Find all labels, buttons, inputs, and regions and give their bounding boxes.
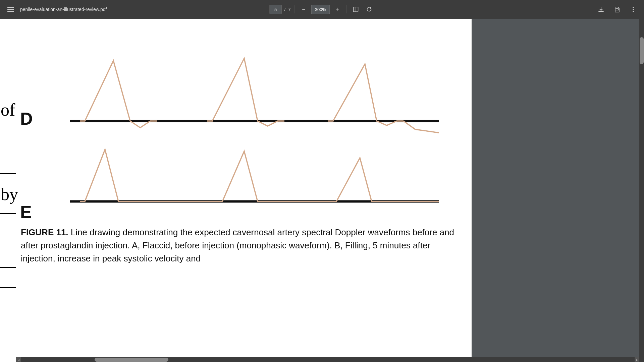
- chart-label-e: E: [20, 202, 32, 222]
- left-rule-4: [0, 287, 16, 288]
- divider2: [346, 5, 346, 13]
- zoom-in-button[interactable]: +: [332, 5, 342, 14]
- svg-rect-1: [7, 9, 14, 10]
- scroll-right-button[interactable]: ▸: [635, 357, 639, 362]
- more-options-button[interactable]: [628, 4, 639, 15]
- pdf-viewport[interactable]: of by D E: [0, 19, 644, 362]
- zoom-out-button[interactable]: −: [299, 5, 308, 14]
- left-rule-2: [0, 213, 16, 214]
- main-area: of by D E: [0, 19, 644, 362]
- left-rule-1: [0, 173, 16, 174]
- chart-label-d: D: [20, 109, 33, 129]
- svg-rect-0: [7, 7, 14, 8]
- menu-icon[interactable]: [5, 4, 16, 15]
- left-rule-3: [0, 267, 16, 268]
- svg-rect-2: [7, 11, 14, 12]
- page-total: 7: [288, 7, 290, 12]
- right-scrollbar[interactable]: [639, 19, 644, 362]
- page-number-input[interactable]: [270, 5, 282, 14]
- bottom-scrollbar[interactable]: ◂ ▸: [16, 357, 639, 362]
- svg-rect-6: [616, 7, 619, 8]
- rotate-button[interactable]: [364, 4, 374, 15]
- print-button[interactable]: [612, 4, 623, 15]
- scroll-left-button[interactable]: ◂: [16, 357, 21, 362]
- svg-rect-3: [353, 7, 358, 12]
- toolbar-right: [596, 4, 639, 15]
- waveform-chart: [36, 39, 466, 227]
- figure-label: FIGURE 11.: [21, 227, 68, 237]
- figure-caption: FIGURE 11. Line drawing demonstrating th…: [21, 226, 465, 265]
- pdf-page: D E: [16, 19, 472, 362]
- svg-point-9: [633, 9, 634, 10]
- figure-text: Line drawing demonstrating the expected …: [21, 227, 454, 263]
- download-button[interactable]: [596, 4, 606, 15]
- scrollbar-track-horizontal: [21, 357, 635, 362]
- left-text-by: by: [1, 186, 18, 203]
- toolbar: penile-evaluation-an-illustrated-review.…: [0, 0, 644, 19]
- left-margin: of by: [0, 19, 16, 362]
- svg-point-8: [633, 7, 634, 8]
- left-text-of: of: [1, 101, 15, 119]
- divider: [294, 5, 295, 13]
- scrollbar-thumb-horizontal[interactable]: [95, 358, 168, 362]
- zoom-level-input[interactable]: [311, 5, 330, 14]
- page-navigation: / 7 − +: [270, 4, 375, 15]
- scrollbar-thumb-vertical[interactable]: [640, 37, 644, 64]
- svg-rect-5: [615, 10, 619, 12]
- svg-point-10: [633, 11, 634, 12]
- fit-page-button[interactable]: [350, 4, 361, 15]
- page-separator: /: [284, 7, 286, 12]
- svg-point-7: [619, 9, 619, 10]
